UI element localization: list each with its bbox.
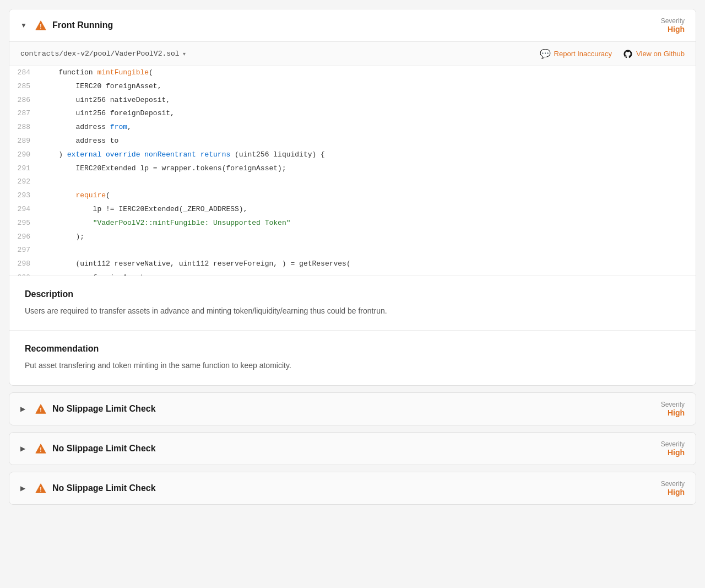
- severity-block: Severity High: [661, 17, 685, 34]
- comment-icon: 💬: [540, 48, 551, 59]
- description-text: Users are required to transfer assets in…: [25, 305, 680, 317]
- issue-header-left-2: ▶ ! No Slippage Limit Check: [20, 403, 156, 415]
- issue-card-no-slippage-1: ▶ ! No Slippage Limit Check Severity Hig…: [9, 392, 696, 425]
- severity-value-3: High: [668, 448, 685, 457]
- code-line-290: 290 ) external override nonReentrant ret…: [9, 148, 696, 162]
- svg-text:!: !: [40, 407, 41, 413]
- code-line-293: 293 require(: [9, 189, 696, 203]
- code-line-289: 289 address to: [9, 134, 696, 148]
- code-line-286: 286 uint256 nativeDeposit,: [9, 94, 696, 107]
- chevron-right-icon-2: ▶: [20, 445, 29, 452]
- svg-text:!: !: [40, 446, 41, 452]
- report-inaccuracy-button[interactable]: 💬 Report Inaccuracy: [540, 48, 612, 59]
- file-actions: 💬 Report Inaccuracy View on Github: [540, 48, 685, 59]
- recommendation-text: Put asset transfering and token minting …: [25, 359, 680, 371]
- chevron-right-icon-1: ▶: [20, 405, 29, 413]
- issue-card-front-running: ▼ ! Front Running Severity High contract…: [9, 9, 696, 386]
- svg-text:!: !: [40, 486, 41, 492]
- svg-text:!: !: [40, 24, 41, 30]
- issue-card-no-slippage-3: ▶ ! No Slippage Limit Check Severity Hig…: [9, 472, 696, 505]
- code-line-295: 295 "VaderPoolV2::mintFungible: Unsuppor…: [9, 217, 696, 230]
- description-title: Description: [25, 289, 680, 299]
- code-line-284: 284 function mintFungible(: [9, 66, 696, 80]
- description-section: Description Users are required to transf…: [9, 276, 696, 330]
- issue-title-3: No Slippage Limit Check: [52, 444, 156, 454]
- code-line-287: 287 uint256 foreignDeposit,: [9, 107, 696, 121]
- code-line-299: 299 foreionAsset: [9, 271, 696, 276]
- issue-card-no-slippage-2: ▶ ! No Slippage Limit Check Severity Hig…: [9, 432, 696, 465]
- issue-header-no-slippage-2[interactable]: ▶ ! No Slippage Limit Check Severity Hig…: [9, 433, 696, 465]
- view-github-button[interactable]: View on Github: [623, 49, 685, 59]
- code-line-296: 296 );: [9, 230, 696, 244]
- chevron-right-icon-3: ▶: [20, 484, 29, 492]
- warning-icon-3: !: [35, 443, 47, 455]
- code-line-285: 285 IERC20 foreignAsset,: [9, 80, 696, 94]
- issue-header-front-running[interactable]: ▼ ! Front Running Severity High: [9, 9, 696, 41]
- issue-title-4: No Slippage Limit Check: [52, 483, 156, 493]
- code-line-292: 292: [9, 175, 696, 189]
- warning-icon: !: [35, 19, 47, 31]
- severity-block-4: Severity High: [661, 480, 685, 497]
- code-line-298: 298 (uint112 reserveNative, uint112 rese…: [9, 257, 696, 271]
- file-header: contracts/dex-v2/pool/VaderPoolV2.sol ▾ …: [9, 42, 696, 66]
- file-dropdown-icon[interactable]: ▾: [183, 51, 186, 57]
- issue-expanded-content: contracts/dex-v2/pool/VaderPoolV2.sol ▾ …: [9, 41, 696, 385]
- github-icon: [623, 49, 633, 59]
- severity-value-2: High: [668, 408, 685, 417]
- code-line-291: 291 IERC20Extended lp = wrapper.tokens(f…: [9, 162, 696, 176]
- severity-block-2: Severity High: [661, 401, 685, 417]
- issue-title: Front Running: [52, 20, 113, 30]
- file-path: contracts/dex-v2/pool/VaderPoolV2.sol: [20, 50, 180, 58]
- code-line-288: 288 address from,: [9, 121, 696, 134]
- page-container: ▼ ! Front Running Severity High contract…: [0, 0, 705, 514]
- severity-label: Severity: [661, 17, 685, 25]
- issue-header-no-slippage-3[interactable]: ▶ ! No Slippage Limit Check Severity Hig…: [9, 472, 696, 504]
- severity-value-4: High: [668, 488, 685, 497]
- recommendation-title: Recommendation: [25, 344, 680, 354]
- issue-title-2: No Slippage Limit Check: [52, 404, 156, 414]
- code-table: 284 function mintFungible( 285 IERC20 fo…: [9, 66, 696, 276]
- recommendation-section: Recommendation Put asset transfering and…: [9, 330, 696, 385]
- warning-icon-2: !: [35, 403, 47, 415]
- severity-block-3: Severity High: [661, 440, 685, 457]
- issue-header-left-3: ▶ ! No Slippage Limit Check: [20, 443, 156, 455]
- warning-icon-4: !: [35, 482, 47, 494]
- code-line-297: 297: [9, 244, 696, 257]
- issue-header-no-slippage-1[interactable]: ▶ ! No Slippage Limit Check Severity Hig…: [9, 393, 696, 425]
- file-path-container: contracts/dex-v2/pool/VaderPoolV2.sol ▾: [20, 50, 186, 58]
- issue-header-left-4: ▶ ! No Slippage Limit Check: [20, 482, 156, 494]
- code-container[interactable]: 284 function mintFungible( 285 IERC20 fo…: [9, 66, 696, 276]
- severity-label-2: Severity: [661, 401, 685, 408]
- chevron-down-icon: ▼: [20, 21, 29, 29]
- issue-header-left: ▼ ! Front Running: [20, 19, 113, 31]
- severity-label-4: Severity: [661, 480, 685, 488]
- code-line-294: 294 lp != IERC20Extended(_ZERO_ADDRESS),: [9, 203, 696, 217]
- severity-label-3: Severity: [661, 440, 685, 448]
- severity-value: High: [668, 25, 685, 34]
